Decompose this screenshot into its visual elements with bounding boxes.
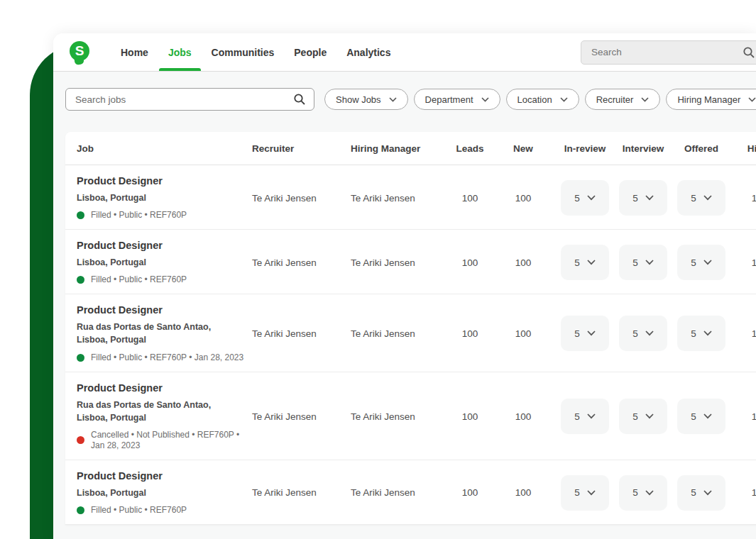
job-status: Filled • Public • REF760P	[77, 505, 252, 516]
in-review-dropdown[interactable]: 5	[561, 399, 609, 434]
chevron-down-icon	[587, 195, 596, 201]
status-dot	[77, 276, 84, 284]
in-review-dropdown[interactable]: 5	[561, 316, 609, 351]
nav-item-people[interactable]: People	[285, 33, 336, 71]
filter-pill-location[interactable]: Location	[506, 89, 579, 110]
hired-cell: 100	[730, 193, 756, 204]
chevron-down-icon	[748, 97, 756, 102]
job-title[interactable]: Product Designer	[77, 175, 252, 187]
interview-dropdown[interactable]: 5	[619, 180, 667, 216]
status-dot	[77, 354, 84, 362]
chevron-down-icon	[587, 490, 596, 496]
filter-pill-show-jobs[interactable]: Show Jobs	[324, 89, 408, 110]
brand-logo-icon[interactable]: S	[68, 40, 91, 65]
job-cell: Product Designer Lisboa, Portugal Filled…	[77, 240, 252, 285]
offered-cell: 5	[672, 399, 730, 434]
leads-count: 100	[449, 193, 491, 204]
chevron-down-icon	[645, 260, 654, 265]
chevron-down-icon	[703, 490, 712, 496]
status-dot	[77, 506, 84, 514]
column-header-interview: Interview	[614, 143, 672, 154]
nav-item-home[interactable]: Home	[111, 33, 158, 71]
in-review-cell: 5	[556, 475, 614, 511]
status-dot	[77, 436, 84, 444]
interview-value: 5	[632, 328, 638, 339]
nav-item-jobs[interactable]: Jobs	[159, 33, 201, 71]
hired-cell: 100	[730, 487, 756, 498]
in-review-value: 5	[574, 328, 580, 339]
interview-dropdown[interactable]: 5	[619, 245, 667, 280]
filter-pill-recruiter[interactable]: Recruiter	[585, 89, 661, 110]
filter-pill-label: Location	[517, 94, 552, 105]
job-status: Filled • Public • REF760P • Jan 28, 2023	[77, 352, 252, 363]
filter-pill-department[interactable]: Department	[414, 89, 500, 110]
chevron-down-icon	[587, 260, 596, 265]
filter-pill-hiring-manager[interactable]: Hiring Manager	[666, 89, 756, 110]
interview-dropdown[interactable]: 5	[619, 316, 667, 351]
job-status: Cancelled • Not Published • REF760P • Ja…	[77, 430, 252, 451]
chevron-down-icon	[703, 195, 712, 201]
chevron-down-icon	[481, 97, 489, 102]
offered-value: 5	[691, 411, 696, 422]
job-title[interactable]: Product Designer	[77, 470, 252, 482]
new-count: 100	[491, 257, 556, 268]
offered-value: 5	[691, 487, 696, 498]
search-icon	[293, 93, 306, 109]
in-review-dropdown[interactable]: 5	[561, 475, 609, 511]
search-jobs-field	[65, 88, 314, 111]
offered-dropdown[interactable]: 5	[677, 475, 725, 511]
filter-pill-label: Hiring Manager	[677, 94, 740, 105]
hiring-manager-cell: Te Ariki Jensen	[351, 487, 449, 498]
hired-count: 100	[752, 411, 756, 422]
column-header-offered: Offered	[672, 143, 730, 154]
chevron-down-icon	[560, 97, 568, 102]
chevron-down-icon	[587, 330, 596, 336]
in-review-dropdown[interactable]: 5	[561, 180, 609, 216]
job-location: Lisboa, Portugal	[77, 191, 241, 204]
global-search-input[interactable]	[581, 40, 756, 65]
new-count: 100	[491, 487, 556, 498]
main-nav: Home Jobs Communities People Analytics	[111, 33, 400, 71]
job-title[interactable]: Product Designer	[77, 382, 252, 394]
chevron-down-icon	[645, 195, 654, 201]
offered-dropdown[interactable]: 5	[677, 399, 725, 434]
status-text: Filled • Public • REF760P • Jan 28, 2023	[91, 352, 243, 363]
job-row[interactable]: Product Designer Rua das Portas de Santo…	[65, 294, 756, 372]
in-review-value: 5	[574, 487, 580, 498]
in-review-cell: 5	[556, 245, 614, 280]
job-location: Rua das Portas de Santo Antao, Lisboa, P…	[77, 399, 241, 424]
recruiter-cell: Te Ariki Jensen	[252, 257, 351, 268]
filters-bar: Show Jobs Department Location Recruiter …	[65, 88, 756, 111]
nav-item-communities[interactable]: Communities	[202, 33, 284, 71]
chevron-down-icon	[389, 97, 397, 102]
nav-item-analytics[interactable]: Analytics	[337, 33, 400, 71]
in-review-dropdown[interactable]: 5	[561, 245, 609, 280]
job-title[interactable]: Product Designer	[77, 240, 252, 251]
job-title[interactable]: Product Designer	[77, 304, 252, 316]
offered-dropdown[interactable]: 5	[677, 245, 725, 280]
chevron-down-icon	[703, 413, 712, 419]
offered-dropdown[interactable]: 5	[677, 316, 725, 351]
in-review-value: 5	[574, 411, 580, 422]
chevron-down-icon	[703, 330, 712, 336]
job-row[interactable]: Product Designer Rua das Portas de Santo…	[65, 372, 756, 460]
interview-dropdown[interactable]: 5	[619, 475, 667, 511]
offered-dropdown[interactable]: 5	[677, 180, 725, 216]
job-row[interactable]: Product Designer Lisboa, Portugal Filled…	[65, 460, 756, 525]
hiring-manager-cell: Te Ariki Jensen	[351, 328, 449, 339]
hiring-manager-cell: Te Ariki Jensen	[351, 257, 449, 268]
chevron-down-icon	[645, 490, 654, 496]
filter-pill-label: Recruiter	[596, 94, 634, 105]
job-row[interactable]: Product Designer Lisboa, Portugal Filled…	[65, 165, 756, 230]
recruiter-cell: Te Ariki Jensen	[252, 487, 351, 498]
logo-letter: S	[70, 41, 89, 61]
interview-dropdown[interactable]: 5	[619, 399, 667, 434]
hired-cell: 100	[730, 257, 756, 268]
search-jobs-input[interactable]	[65, 88, 314, 111]
in-review-cell: 5	[556, 316, 614, 351]
hired-count: 100	[752, 193, 756, 204]
chevron-down-icon	[645, 330, 654, 336]
offered-cell: 5	[672, 475, 730, 511]
job-row[interactable]: Product Designer Lisboa, Portugal Filled…	[65, 230, 756, 294]
search-icon	[743, 46, 755, 62]
